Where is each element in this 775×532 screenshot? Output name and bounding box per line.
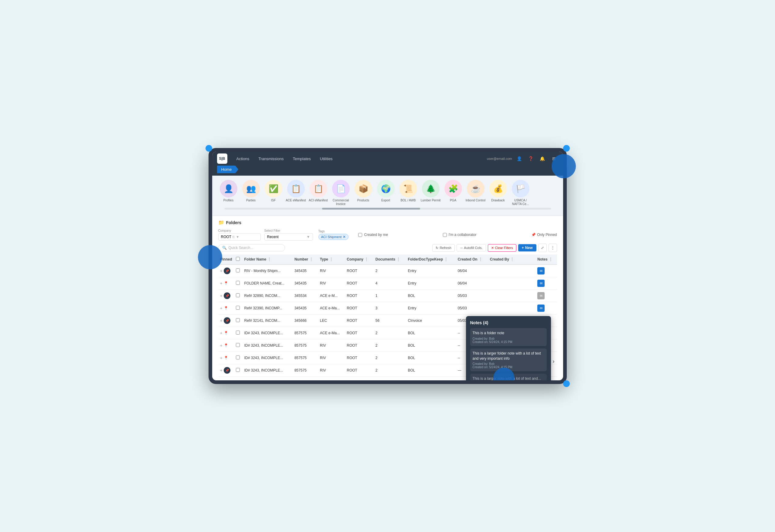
icon-inbond-control[interactable]: ☕ Inbond Control	[465, 180, 486, 202]
tag-close-icon[interactable]: ✕	[343, 235, 346, 239]
col-header-folder-name: Folder Name ⋮	[243, 254, 293, 264]
pin-hollow-icon[interactable]: 📍	[224, 281, 228, 285]
col-menu-icon[interactable]: ⋮	[479, 257, 482, 261]
row-checkbox[interactable]	[236, 343, 240, 347]
toolbar-row: 🔍 Quick Search... ↻ Refresh ↔ Autofill C…	[218, 244, 557, 252]
col-menu-icon[interactable]: ⋮	[268, 257, 271, 261]
col-menu-icon[interactable]: ⋮	[444, 257, 448, 261]
col-menu-icon[interactable]: ⋮	[396, 257, 400, 261]
refresh-icon: ↻	[436, 246, 438, 250]
pin-hollow-icon[interactable]: 📍	[224, 306, 228, 310]
user-icon[interactable]: 👤	[515, 154, 524, 163]
row-checkbox[interactable]	[236, 293, 240, 297]
refresh-button[interactable]: ↻ Refresh	[432, 244, 455, 252]
row-checkbox[interactable]	[236, 368, 240, 372]
icon-usmca[interactable]: 🏳️ USMCA / NAFTA Ce...	[510, 180, 531, 206]
row-created-by	[488, 264, 536, 277]
icon-ace-emanifest[interactable]: 📋 ACE eManifest	[286, 180, 306, 202]
notes-button[interactable]: ✉	[537, 305, 544, 312]
select-filter-dropdown[interactable]: Recent ▼	[265, 233, 313, 241]
pin-hollow-icon[interactable]: 📍	[224, 356, 228, 360]
icon-aci-emanifest[interactable]: 📋 ACI eManifest	[308, 180, 329, 202]
pin-filled-button[interactable]: 📌	[224, 367, 231, 374]
aci-emanifest-icon: 📋	[310, 180, 327, 197]
add-button[interactable]: +	[220, 318, 223, 323]
nav-right: user@email.com 👤 ❓ 🔔 ⊞	[487, 154, 558, 163]
row-company: ROOT	[345, 339, 374, 352]
help-icon[interactable]: ❓	[527, 154, 535, 163]
ace-emanifest-label: ACE eManifest	[286, 199, 306, 202]
tags-label: Tags	[318, 230, 349, 233]
row-number: 345534	[293, 290, 318, 302]
row-checkbox[interactable]	[236, 331, 240, 335]
row-checkbox[interactable]	[236, 268, 240, 272]
autofill-cols-button[interactable]: ↔ Autofill Cols.	[457, 244, 486, 251]
col-menu-icon[interactable]: ⋮	[549, 257, 552, 261]
row-checkbox[interactable]	[236, 306, 240, 310]
created-by-me-checkbox[interactable]	[358, 233, 362, 237]
pin-filled-button[interactable]: 📌	[224, 317, 231, 324]
icon-isf[interactable]: ✅ ISF	[263, 180, 284, 202]
expand-icon[interactable]: ⤢	[538, 244, 547, 252]
pin-hollow-icon[interactable]: 📍	[224, 343, 228, 348]
pin-filled-button[interactable]: 📌	[224, 292, 231, 299]
collaborator-checkbox[interactable]	[443, 233, 447, 237]
row-checkbox[interactable]	[236, 318, 240, 322]
notes-button[interactable]: ✉	[537, 280, 544, 287]
company-select[interactable]: ROOT ⎘ ▼	[218, 233, 261, 241]
add-button[interactable]: +	[220, 355, 223, 360]
copy-icon: ⎘	[233, 235, 235, 239]
add-button[interactable]: +	[220, 281, 223, 286]
select-all-checkbox[interactable]	[236, 257, 240, 261]
notes-button-gray[interactable]: ✉	[537, 292, 544, 299]
add-button[interactable]: +	[220, 306, 223, 311]
nav-item-transmissions[interactable]: Transmissions	[254, 155, 288, 163]
nav-items: Actions Transmissions Templates Utilitie…	[232, 155, 486, 163]
col-menu-icon[interactable]: ⋮	[329, 257, 333, 261]
icon-commercial-invoice[interactable]: 📄 Commercial Invoice	[331, 180, 351, 206]
col-menu-icon[interactable]: ⋮	[365, 257, 368, 261]
icon-profiles[interactable]: 👤 Profiles	[218, 180, 239, 202]
add-button[interactable]: +	[220, 268, 223, 273]
icon-pga[interactable]: 🧩 PGA	[443, 180, 463, 202]
tag-aci-shipment[interactable]: ACI Shipment ✕	[318, 234, 349, 240]
row-type: ACE e-M...	[318, 290, 345, 302]
add-button[interactable]: +	[220, 368, 223, 373]
icon-parties[interactable]: 👥 Parties	[241, 180, 261, 202]
col-menu-icon[interactable]: ⋮	[309, 257, 313, 261]
col-header-notes: Notes ⋮	[535, 254, 557, 264]
new-button[interactable]: + New	[518, 244, 536, 251]
row-checkbox[interactable]	[236, 281, 240, 285]
icon-products[interactable]: 📦 Products	[353, 180, 374, 202]
nav-item-templates[interactable]: Templates	[288, 155, 315, 163]
pin-filled-button[interactable]: 📌	[224, 268, 231, 274]
breadcrumb-home[interactable]: Home	[217, 166, 239, 173]
icon-bol-awb[interactable]: 📜 BOL / AWB	[398, 180, 419, 202]
export-label: Export	[381, 199, 390, 202]
more-options-icon[interactable]: ⋮	[548, 244, 557, 252]
col-menu-icon[interactable]: ⋮	[510, 257, 514, 261]
row-checkbox[interactable]	[236, 355, 240, 359]
note-1-by: Created by: Bob	[473, 337, 544, 340]
row-doc-type: BOL	[406, 352, 456, 364]
row-documents: 3	[374, 302, 406, 315]
scroll-thumb	[322, 208, 420, 210]
clear-filters-button[interactable]: ✕ Clear Filters	[488, 244, 516, 252]
add-button[interactable]: +	[220, 343, 223, 348]
nav-item-actions[interactable]: Actions	[232, 155, 254, 163]
nav-item-utilities[interactable]: Utilities	[316, 155, 337, 163]
notes-button[interactable]: ✉	[537, 267, 544, 274]
add-button[interactable]: +	[220, 293, 223, 298]
row-company: ROOT	[345, 277, 374, 290]
search-box[interactable]: 🔍 Quick Search...	[218, 244, 285, 251]
pin-hollow-icon[interactable]: 📍	[224, 331, 228, 335]
row-type: LEC	[318, 315, 345, 327]
icon-drawback[interactable]: 💰 Drawback	[488, 180, 508, 202]
select-filter-label: Select Filter	[265, 229, 313, 232]
logo[interactable]: S|B	[217, 153, 228, 164]
icon-lumber-permit[interactable]: 🌲 Lumber Permit	[420, 180, 441, 202]
bell-icon[interactable]: 🔔	[538, 154, 547, 163]
add-button[interactable]: +	[220, 331, 223, 335]
icon-export[interactable]: 🌍 Export	[376, 180, 396, 202]
scroll-track[interactable]	[224, 208, 551, 210]
